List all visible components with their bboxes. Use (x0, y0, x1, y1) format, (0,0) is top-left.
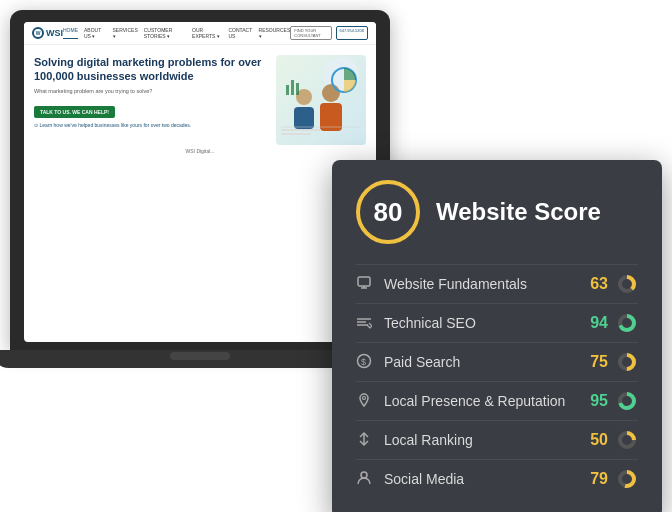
social-media-value: 79 (580, 470, 608, 488)
social-media-label: Social Media (378, 471, 580, 487)
site-hero: Solving digital marketing problems for o… (24, 45, 376, 145)
paid-search-donut (616, 351, 638, 373)
laptop-screen: W WSI HOME ABOUT US ▾ SERVICES ▾ CUSTOME… (24, 22, 376, 342)
social-media-donut (616, 468, 638, 490)
hero-image (276, 55, 366, 145)
paid-search-label: Paid Search (378, 354, 580, 370)
technical-seo-donut (616, 312, 638, 334)
bottom-bar: WSI Digital... (24, 145, 376, 157)
technical-seo-icon (356, 314, 378, 333)
paid-search-value: 75 (580, 353, 608, 371)
svg-rect-10 (281, 129, 321, 131)
hero-subtext: What marketing problem are you trying to… (34, 88, 268, 94)
score-row-local-ranking: Local Ranking 50 (356, 420, 638, 459)
local-ranking-donut (616, 429, 638, 451)
local-ranking-label: Local Ranking (378, 432, 580, 448)
website-fundamentals-label: Website Fundamentals (378, 276, 580, 292)
website-fundamentals-value: 63 (580, 275, 608, 293)
hero-illustration (276, 55, 366, 145)
svg-point-3 (322, 84, 340, 102)
local-presence-value: 95 (580, 392, 608, 410)
website-fundamentals-icon (356, 275, 378, 294)
hero-link: Learn how we've helped businesses like y… (34, 122, 268, 128)
score-row-website-fundamentals: Website Fundamentals 63 (356, 264, 638, 303)
local-ranking-icon (356, 431, 378, 450)
local-presence-label: Local Presence & Reputation (378, 393, 580, 409)
score-title: Website Score (436, 198, 601, 226)
hero-cta-button: TALK TO US. WE CAN HELP! (34, 106, 115, 118)
svg-rect-7 (296, 83, 299, 95)
svg-text:$: $ (361, 357, 366, 367)
logo-circle-icon: W (32, 27, 44, 39)
site-logo: W WSI (32, 27, 63, 39)
score-row-local-presence: Local Presence & Reputation 95 (356, 381, 638, 420)
technical-seo-label: Technical SEO (378, 315, 580, 331)
svg-rect-11 (281, 133, 311, 135)
hero-heading: Solving digital marketing problems for o… (34, 55, 268, 84)
score-row-paid-search: $ Paid Search 75 (356, 342, 638, 381)
score-circle: 80 (356, 180, 420, 244)
website-fundamentals-donut (616, 273, 638, 295)
local-presence-donut (616, 390, 638, 412)
score-header: 80 Website Score (356, 180, 638, 244)
svg-rect-12 (358, 277, 370, 286)
social-media-icon (356, 470, 378, 489)
site-nav: W WSI HOME ABOUT US ▾ SERVICES ▾ CUSTOME… (24, 22, 376, 45)
nav-right: FIND YOUR CONSULTANT 647.954.5208 (290, 26, 368, 40)
svg-rect-5 (286, 85, 289, 95)
score-card: 80 Website Score Website Fundamentals 63… (332, 160, 662, 512)
svg-point-26 (363, 396, 366, 399)
hero-text: Solving digital marketing problems for o… (34, 55, 268, 145)
local-presence-icon (356, 392, 378, 411)
score-row-social-media: Social Media 79 (356, 459, 638, 498)
svg-rect-2 (294, 107, 314, 129)
nav-links: HOME ABOUT US ▾ SERVICES ▾ CUSTOMER STOR… (63, 27, 290, 39)
technical-seo-value: 94 (580, 314, 608, 332)
score-row-technical-seo: Technical SEO 94 (356, 303, 638, 342)
svg-rect-6 (291, 80, 294, 95)
svg-point-32 (361, 472, 367, 478)
paid-search-icon: $ (356, 353, 378, 372)
local-ranking-value: 50 (580, 431, 608, 449)
